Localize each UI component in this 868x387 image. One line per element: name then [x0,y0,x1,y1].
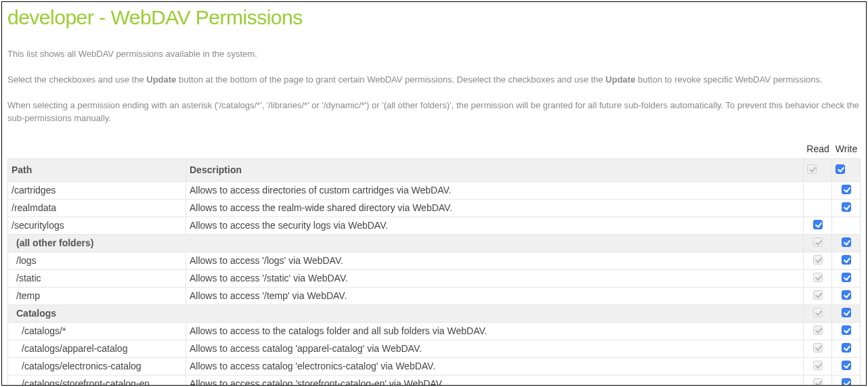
intro-line-3: When selecting a permission ending with … [7,99,861,124]
intro-line-1: This list shows all WebDAV permissions a… [7,48,861,60]
read-cell [804,287,832,304]
read-checkbox[interactable] [813,343,823,352]
description-cell: Allows to access the realm-wide shared d… [186,199,804,217]
table-row: /catalogs/electronics-catalog Allows to … [8,357,861,375]
read-cell [804,375,832,386]
description-cell: Allows to access the security logs via W… [186,217,804,234]
write-checkbox[interactable] [842,237,851,247]
path-cell: /securitylogs [8,217,186,234]
write-header-cell [832,158,861,181]
intro-block: This list shows all WebDAV permissions a… [7,48,861,124]
write-cell [832,287,861,304]
write-cell [832,199,861,217]
description-cell: Allows to access '/static' via WebDAV. [186,269,804,287]
write-all-checkbox[interactable] [836,164,845,174]
read-cell [804,252,832,269]
description-cell: Allows to access '/temp' via WebDAV. [186,287,804,304]
read-checkbox[interactable] [813,255,823,265]
write-cell [832,252,861,269]
description-cell: Allows to access catalog 'apparel-catalo… [186,340,804,357]
column-headers: Read Write [7,138,861,158]
read-checkbox[interactable] [813,325,823,335]
path-cell: /temp [8,287,186,304]
intro-line-2: Select the checkboxes and use the Update… [7,74,861,86]
write-cell [832,375,861,386]
write-checkbox[interactable] [842,290,851,300]
permissions-table: Path Description /cartridges Allows to a… [7,158,861,386]
read-cell [804,234,832,252]
read-cell [804,269,832,287]
page-frame: developer - WebDAV Permissions This list… [1,1,867,386]
path-header: Path [8,158,186,181]
write-checkbox[interactable] [842,343,851,352]
path-cell: /catalogs/storefront-catalog-en [8,375,186,386]
write-checkbox[interactable] [842,361,851,370]
write-checkbox[interactable] [842,273,851,282]
read-checkbox[interactable] [813,361,823,370]
table-row: /catalogs/storefront-catalog-en Allows t… [8,375,861,386]
write-checkbox[interactable] [842,308,851,317]
write-cell [832,217,861,234]
write-cell [832,357,861,375]
table-row: /realmdata Allows to access the realm-wi… [8,199,861,217]
write-checkbox[interactable] [842,185,851,194]
path-cell: /catalogs/* [8,322,186,340]
description-cell: Allows to access catalog 'storefront-cat… [186,375,804,386]
path-cell: /catalogs/apparel-catalog [8,340,186,357]
read-all-checkbox[interactable] [807,164,817,174]
read-cell [804,199,832,217]
table-row: /cartridges Allows to access directories… [8,181,861,199]
read-checkbox[interactable] [813,237,823,247]
read-cell [804,357,832,375]
write-checkbox[interactable] [842,325,851,335]
write-cell [832,322,861,340]
write-checkbox[interactable] [842,378,851,386]
table-row: /logs Allows to access '/logs' via WebDA… [8,252,861,269]
group-row: Catalogs [8,304,861,322]
read-cell [804,304,832,322]
read-checkbox[interactable] [813,308,823,317]
read-cell [804,340,832,357]
table-header-row: Path Description [8,158,861,181]
read-column-header: Read [804,143,832,154]
write-cell [832,181,861,199]
page-title: developer - WebDAV Permissions [7,6,861,29]
write-checkbox[interactable] [842,255,851,265]
path-cell: /static [8,269,186,287]
read-checkbox[interactable] [813,273,823,282]
write-cell [832,304,861,322]
group-label: Catalogs [8,304,804,322]
write-cell [832,269,861,287]
write-checkbox[interactable] [842,202,851,212]
description-header: Description [186,158,804,181]
read-checkbox[interactable] [813,378,823,386]
write-cell [832,234,861,252]
write-cell [832,340,861,357]
description-cell: Allows to access directories of custom c… [186,181,804,199]
table-row: /catalogs/apparel-catalog Allows to acce… [8,340,861,357]
path-cell: /cartridges [8,181,186,199]
description-cell: Allows to access '/logs' via WebDAV. [186,252,804,269]
description-cell: Allows to access catalog 'electronics-ca… [186,357,804,375]
path-cell: /logs [8,252,186,269]
group-row: (all other folders) [8,234,861,252]
read-checkbox[interactable] [813,220,823,229]
read-cell [804,181,832,199]
write-column-header: Write [832,143,861,154]
read-checkbox[interactable] [813,290,823,300]
path-cell: /realmdata [8,199,186,217]
read-header-cell [804,158,832,181]
table-row: /temp Allows to access '/temp' via WebDA… [8,287,861,304]
description-cell: Allows to access to the catalogs folder … [186,322,804,340]
table-row: /catalogs/* Allows to access to the cata… [8,322,861,340]
group-label: (all other folders) [8,234,804,252]
table-row: /static Allows to access '/static' via W… [8,269,861,287]
read-cell [804,217,832,234]
read-cell [804,322,832,340]
table-row: /securitylogs Allows to access the secur… [8,217,861,234]
path-cell: /catalogs/electronics-catalog [8,357,186,375]
